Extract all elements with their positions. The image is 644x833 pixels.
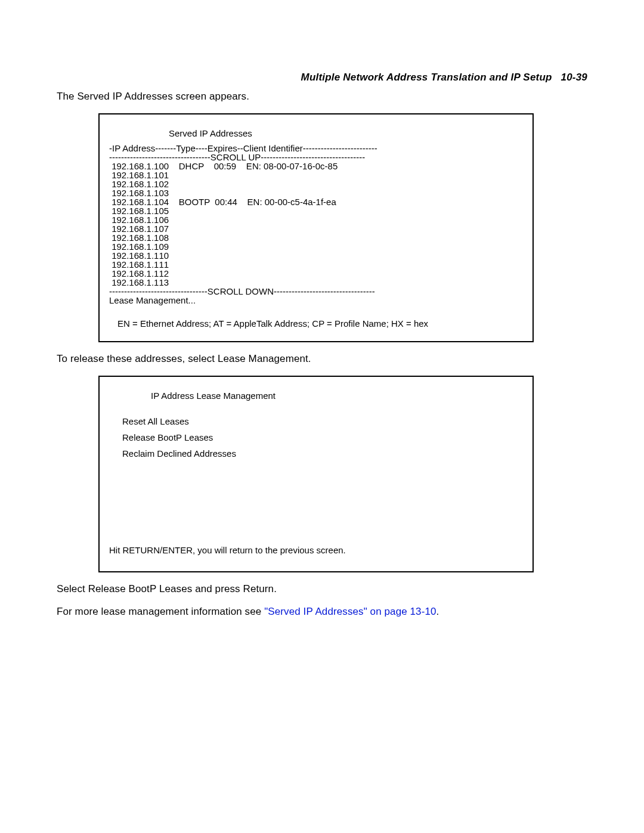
menu-item-reset-all-leases: Reset All Leases: [122, 417, 523, 426]
screen1-row: 192.168.1.108: [109, 233, 523, 242]
lease-management-screen: IP Address Lease Management Reset All Le…: [98, 376, 534, 572]
header-pageno: 10-39: [561, 72, 587, 83]
screen2-menu: Reset All Leases Release BootP Leases Re…: [109, 417, 523, 458]
screen1-row: 192.168.1.113: [109, 278, 523, 287]
menu-item-release-bootp-leases: Release BootP Leases: [122, 433, 523, 442]
screen1-row: 192.168.1.100 DHCP 00:59 EN: 08-00-07-16…: [109, 162, 523, 171]
screen1-row: 192.168.1.104 BOOTP 00:44 EN: 00-00-c5-4…: [109, 197, 523, 206]
para4-tail: .: [436, 606, 439, 617]
lease-management-option: Lease Management...: [109, 296, 523, 305]
screen1-row: 192.168.1.105: [109, 206, 523, 215]
page: Multiple Network Address Translation and…: [0, 0, 644, 833]
para4-lead: For more lease management information se…: [57, 606, 264, 617]
screen1-row: 192.168.1.103: [109, 188, 523, 197]
header-title: Multiple Network Address Translation and…: [301, 72, 552, 83]
screen1-scroll-up: ----------------------------------SCROLL…: [109, 153, 523, 162]
served-ip-addresses-link[interactable]: "Served IP Addresses" on page 13-10: [264, 606, 436, 617]
screen1-scroll-down: ---------------------------------SCROLL …: [109, 287, 523, 296]
intro-paragraph-2: To release these addresses, select Lease…: [57, 353, 587, 365]
screen2-title: IP Address Lease Management: [109, 391, 523, 400]
screen1-row: 192.168.1.111: [109, 260, 523, 269]
screen2-hint: Hit RETURN/ENTER, you will return to the…: [109, 546, 346, 555]
intro-paragraph-1: The Served IP Addresses screen appears.: [57, 91, 587, 103]
menu-item-reclaim-declined-addresses: Reclaim Declined Addresses: [122, 449, 523, 458]
screen1-row: 192.168.1.110: [109, 251, 523, 260]
screen1-row: 192.168.1.106: [109, 215, 523, 224]
screen1-row: 192.168.1.107: [109, 224, 523, 233]
running-header: Multiple Network Address Translation and…: [57, 72, 587, 83]
screen1-header-line: -IP Address-------Type----Expires--Clien…: [109, 144, 523, 153]
screen1-legend: EN = Ethernet Address; AT = AppleTalk Ad…: [109, 319, 523, 328]
screen1-row: 192.168.1.102: [109, 179, 523, 188]
screen1-row: 192.168.1.109: [109, 242, 523, 251]
instruction-paragraph-3: Select Release BootP Leases and press Re…: [57, 583, 587, 595]
reference-paragraph-4: For more lease management information se…: [57, 606, 587, 618]
screen1-row: 192.168.1.101: [109, 171, 523, 179]
served-ip-addresses-screen: Served IP Addresses -IP Address-------Ty…: [98, 113, 534, 342]
screen1-row: 192.168.1.112: [109, 269, 523, 278]
screen1-title: Served IP Addresses: [109, 129, 523, 138]
